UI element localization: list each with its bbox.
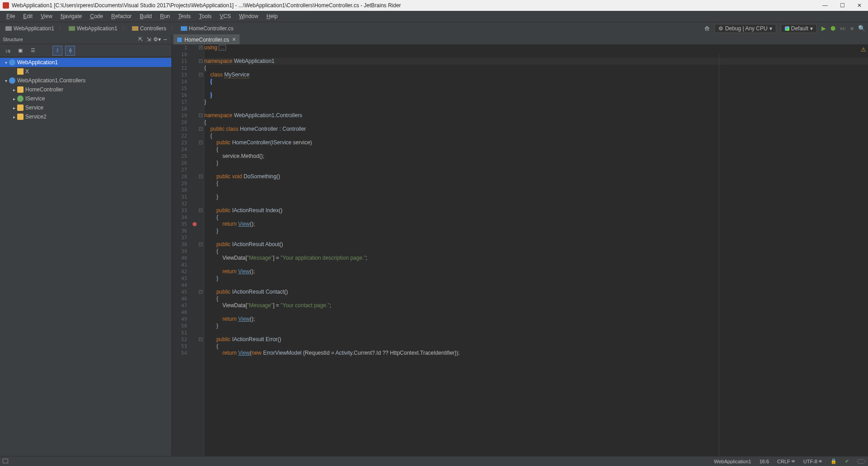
target-dropdown[interactable]: Default▾ <box>781 24 817 33</box>
group-button-1[interactable]: ⟟ <box>52 46 62 56</box>
tree-arrow-icon[interactable]: ▸ <box>11 96 17 101</box>
step-button[interactable]: ⏭ <box>840 25 846 32</box>
run-button[interactable]: ▶ <box>821 25 826 32</box>
run-configuration-dropdown[interactable]: ⚙Debug | Any CPU▾ <box>714 24 776 33</box>
expand-all-icon[interactable]: ⇱ <box>137 36 144 43</box>
chevron-down-icon: ▾ <box>810 25 813 32</box>
menu-vcs[interactable]: VCS <box>216 12 235 21</box>
status-project[interactable]: WebApplication1 <box>714 459 751 464</box>
breadcrumb[interactable]: HomeController.cs <box>178 24 236 33</box>
settings-icon[interactable]: ⚙▾ <box>153 36 160 43</box>
menu-navigate[interactable]: Navigate <box>57 12 85 21</box>
editor-tab-label: HomeController.cs <box>184 37 229 43</box>
fold-marker-icon[interactable]: − <box>199 209 203 212</box>
status-line-separator[interactable]: CRLF≑ <box>777 458 795 464</box>
fold-marker-icon[interactable]: − <box>199 175 203 178</box>
tree-node-label: X <box>25 68 29 75</box>
tree-arrow-icon[interactable]: ▾ <box>3 60 9 65</box>
window-title: WebApplication1 [C:\Users\rperes\Documen… <box>12 2 822 9</box>
tree-node[interactable]: X <box>0 67 171 76</box>
breadcrumb[interactable]: WebApplication1 <box>66 24 120 33</box>
cs-icon <box>181 26 187 31</box>
line-number-gutter: 1101112131415161718192021222324252627282… <box>172 44 191 456</box>
code-editor[interactable]: 1101112131415161718192021222324252627282… <box>172 44 868 456</box>
menu-tests[interactable]: Tests <box>175 12 194 21</box>
structure-toolbar: ↕a ▣ ☰ ⟟ ⟠ <box>0 44 171 57</box>
fold-marker-icon[interactable]: − <box>199 73 203 76</box>
menu-file[interactable]: File <box>3 12 19 21</box>
tree-node[interactable]: ▸HomeController <box>0 85 171 94</box>
debug-button[interactable]: ⬢ <box>830 25 835 32</box>
fold-marker-icon[interactable]: − <box>199 127 203 131</box>
warning-indicator-icon[interactable]: ⚠ <box>861 46 866 53</box>
status-bar: WebApplication1 16:6 CRLF≑ UTF-8≑ 🔒 ✔ <box>0 456 868 466</box>
editor-tab[interactable]: HomeController.cs ✕ <box>174 34 240 44</box>
hide-icon[interactable]: ⎼ <box>161 36 169 43</box>
structure-tree[interactable]: ▾WebApplication1X▾WebApplication1.Contro… <box>0 57 171 456</box>
cls-icon <box>17 114 24 120</box>
tree-node[interactable]: ▸Service2 <box>0 112 171 121</box>
app-icon <box>3 2 9 9</box>
status-caret-position[interactable]: 16:6 <box>760 459 769 464</box>
menu-window[interactable]: Window <box>236 12 262 21</box>
build-solution-button[interactable]: ⟰ <box>704 25 710 32</box>
gear-icon: ⚙ <box>718 25 723 32</box>
ns-icon <box>9 59 15 66</box>
group-button-2[interactable]: ⟠ <box>65 46 75 56</box>
fold-marker-icon[interactable]: − <box>199 338 203 341</box>
breakpoint-icon[interactable] <box>193 222 197 226</box>
structure-tool-window: Structure ⇱ ⇲ ⚙▾ ⎼ ↕a ▣ ☰ ⟟ ⟠ ▾WebApplic… <box>0 34 172 456</box>
tree-arrow-icon[interactable]: ▾ <box>3 78 9 83</box>
tree-node[interactable]: ▾WebApplication1 <box>0 58 171 67</box>
fold-marker-icon[interactable]: − <box>199 114 203 117</box>
tree-node-label: IService <box>25 95 45 102</box>
fold-marker-icon[interactable]: − <box>199 59 203 63</box>
structure-title: Structure <box>3 37 136 42</box>
breakpoint-gutter[interactable] <box>191 44 198 456</box>
tree-node[interactable]: ▾WebApplication1.Controllers <box>0 76 171 85</box>
maximize-button[interactable]: ☐ <box>839 2 845 9</box>
svcx-icon <box>17 68 24 75</box>
tree-node-label: WebApplication1 <box>17 59 58 66</box>
menu-view[interactable]: View <box>37 12 56 21</box>
fold-marker-icon[interactable]: − <box>199 243 203 246</box>
stop-button[interactable]: ■ <box>850 25 854 32</box>
filter-button-2[interactable]: ☰ <box>28 46 38 56</box>
menu-refactor[interactable]: Refactor <box>108 12 135 21</box>
filter-button-1[interactable]: ▣ <box>15 46 25 56</box>
tree-arrow-icon[interactable]: ▸ <box>11 105 17 110</box>
search-icon[interactable]: 🔍 <box>858 25 865 32</box>
menu-code[interactable]: Code <box>86 12 107 21</box>
lock-icon[interactable]: 🔒 <box>830 458 837 464</box>
collapse-all-icon[interactable]: ⇲ <box>145 36 152 43</box>
fold-marker-icon[interactable]: − <box>199 290 203 294</box>
navigation-bar: WebApplication1〉WebApplication1〉Controll… <box>0 22 868 34</box>
menu-tools[interactable]: Tools <box>195 12 215 21</box>
breadcrumb[interactable]: Controllers <box>129 24 169 33</box>
tree-node[interactable]: ▸Service <box>0 103 171 112</box>
fold-gutter[interactable]: +−−−−−−−−−− <box>198 44 204 456</box>
breadcrumb[interactable]: WebApplication1 <box>3 24 57 33</box>
fold-marker-icon[interactable]: − <box>199 141 203 144</box>
chevron-down-icon: ▾ <box>769 25 772 32</box>
csharp-file-icon <box>177 38 182 42</box>
minimize-button[interactable]: — <box>822 2 828 9</box>
title-bar: WebApplication1 [C:\Users\rperes\Documen… <box>0 0 868 11</box>
tree-arrow-icon[interactable]: ▸ <box>11 87 17 92</box>
status-encoding[interactable]: UTF-8≑ <box>803 458 822 464</box>
sort-button[interactable]: ↕a <box>3 46 13 56</box>
menu-edit[interactable]: Edit <box>19 12 36 21</box>
tool-window-icon[interactable] <box>3 459 8 463</box>
platform-icon <box>785 26 789 31</box>
fold-marker-icon[interactable]: + <box>199 46 203 49</box>
close-button[interactable]: ✕ <box>856 2 863 9</box>
status-indicator-icon[interactable] <box>857 459 865 464</box>
menu-build[interactable]: Build <box>136 12 156 21</box>
tree-node[interactable]: ▸IService <box>0 94 171 103</box>
tree-arrow-icon[interactable]: ▸ <box>11 114 17 119</box>
cls-icon <box>17 105 24 111</box>
menu-help[interactable]: Help <box>263 12 281 21</box>
close-tab-icon[interactable]: ✕ <box>232 37 236 43</box>
menu-run[interactable]: Run <box>156 12 174 21</box>
status-ok-icon[interactable]: ✔ <box>845 458 849 464</box>
